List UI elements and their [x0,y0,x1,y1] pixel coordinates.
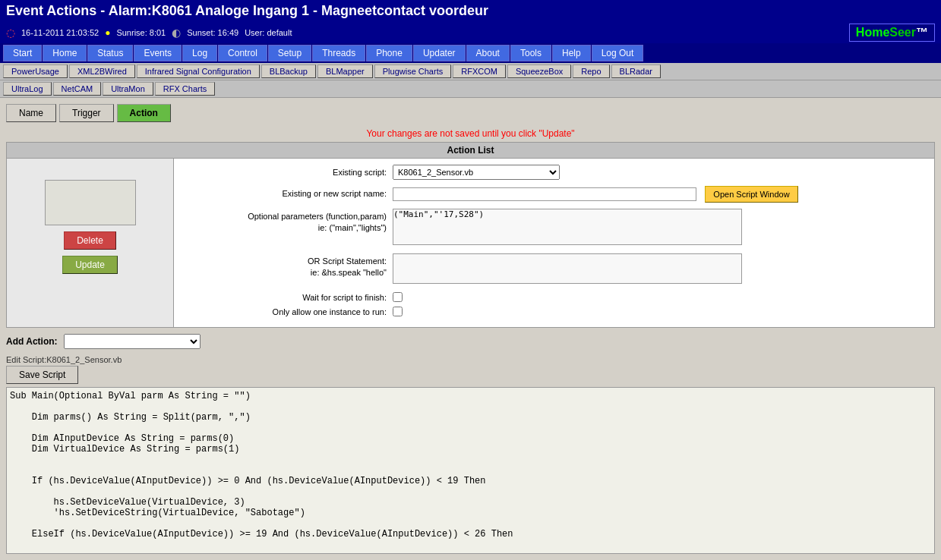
edit-script-label: Edit Script:K8061_2_Sensor.vb [6,355,935,364]
nav-log[interactable]: Log [182,45,217,61]
script-statement-control [393,253,928,286]
script-statement-row: OR Script Statement:ie: &hs.speak "hello… [180,253,928,286]
script-editor[interactable] [6,387,935,554]
action-list-body: Delete Update Existing script: K8061_2_S… [7,159,934,327]
page-title: Event Actions - Alarm:K8061 Analoge Inga… [6,3,488,18]
sunrise-icon: ● [105,27,110,38]
sub-nav-1: PowerUsage XML2BWired Infrared Signal Co… [0,63,941,80]
nav-events[interactable]: Events [134,45,182,61]
nav-control[interactable]: Control [218,45,267,61]
only-one-label: Only allow one instance to run: [180,307,393,316]
existing-script-row: Existing script: K8061_2_Sensor.vb [180,165,928,180]
save-script-button[interactable]: Save Script [6,366,78,384]
subnav-xml2bwired[interactable]: XML2BWired [69,64,135,78]
nav-tools[interactable]: Tools [510,45,551,61]
add-action-label: Add Action: [6,336,58,347]
datetime: 16-11-2011 21:03:52 [21,28,99,37]
subnav-rfxcom[interactable]: RFXCOM [453,64,506,78]
title-bar: Event Actions - Alarm:K8061 Analoge Inga… [0,0,941,22]
delete-button[interactable]: Delete [64,231,116,250]
tab-trigger[interactable]: Trigger [59,104,114,122]
tab-buttons: Name Trigger Action [6,104,935,122]
optional-params-label: Optional parameters (function,param)ie: … [180,209,393,234]
wait-row: Wait for script to finish: [180,292,928,302]
subnav-netcam[interactable]: NetCAM [53,82,102,96]
only-one-row: Only allow one instance to run: [180,307,928,316]
sub-nav-2: UltraLog NetCAM UltraMon RFX Charts [0,80,941,98]
add-action-select[interactable] [64,334,201,349]
existing-script-control: K8061_2_Sensor.vb [393,165,928,180]
action-list-left: Delete Update [7,159,174,327]
tab-action[interactable]: Action [117,104,171,122]
script-name-label: Existing or new script name: [180,186,393,200]
clock-icon: ◌ [6,27,15,39]
subnav-blradar[interactable]: BLRadar [611,64,661,78]
only-one-checkbox[interactable] [393,307,403,316]
nav-phone[interactable]: Phone [366,45,412,61]
nav-start[interactable]: Start [3,45,42,61]
nav-updater[interactable]: Updater [413,45,466,61]
script-statement-label: OR Script Statement:ie: &hs.speak "hello… [180,253,393,279]
open-script-button[interactable]: Open Script Window [705,186,797,203]
sunset-icon: ◐ [172,27,181,39]
main-nav: Start Home Status Events Log Control Set… [0,43,941,63]
script-name-input[interactable] [393,187,696,201]
existing-script-select[interactable]: K8061_2_Sensor.vb [393,165,560,180]
editor-area [6,387,935,556]
subnav-blbackup[interactable]: BLBackup [261,64,316,78]
subnav-ultralog[interactable]: UltraLog [3,82,52,96]
update-button[interactable]: Update [62,256,118,274]
subnav-blmapper[interactable]: BLMapper [317,64,373,78]
subnav-repo[interactable]: Repo [573,64,609,78]
wait-label: Wait for script to finish: [180,293,393,302]
action-list-header: Action List [7,143,934,159]
warning-text: Your changes are not saved until you cli… [6,128,935,139]
subnav-plugwise-charts[interactable]: Plugwise Charts [374,64,451,78]
nav-status[interactable]: Status [87,45,133,61]
optional-params-row: Optional parameters (function,param)ie: … [180,209,928,247]
optional-params-textarea[interactable] [393,209,742,245]
tab-name[interactable]: Name [6,104,56,122]
subnav-squeezebox[interactable]: SqueezeBox [507,64,571,78]
subnav-infrared[interactable]: Infrared Signal Configuration [137,64,260,78]
existing-script-label: Existing script: [180,165,393,178]
content: Name Trigger Action Your changes are not… [0,98,941,560]
nav-logout[interactable]: Log Out [592,45,644,61]
script-name-control: Open Script Window [393,186,928,203]
nav-threads[interactable]: Threads [312,45,365,61]
nav-about[interactable]: About [466,45,510,61]
optional-params-control [393,209,928,247]
nav-home[interactable]: Home [43,45,87,61]
subnav-rfx-charts[interactable]: RFX Charts [155,82,215,96]
nav-setup[interactable]: Setup [268,45,311,61]
subnav-ultramon[interactable]: UltraMon [103,82,153,96]
script-statement-textarea[interactable] [393,253,742,284]
nav-help[interactable]: Help [552,45,591,61]
user: User: default [245,28,292,37]
status-bar: ◌ 16-11-2011 21:03:52 ● Sunrise: 8:01 ◐ … [0,22,941,43]
subnav-powerusage[interactable]: PowerUsage [3,64,68,78]
script-icon [45,180,136,225]
wait-checkbox[interactable] [393,292,403,302]
editor-wrapper [6,387,935,556]
script-name-row: Existing or new script name: Open Script… [180,186,928,203]
sunrise: Sunrise: 8:01 [116,28,166,37]
action-list-container: Action List Delete Update Existing scrip… [6,142,935,328]
add-action-section: Add Action: [6,334,935,349]
homeseer-logo: HomeSeer™ [849,24,935,42]
sunset: Sunset: 16:49 [187,28,238,37]
action-list-right: Existing script: K8061_2_Sensor.vb Exist… [174,159,934,327]
